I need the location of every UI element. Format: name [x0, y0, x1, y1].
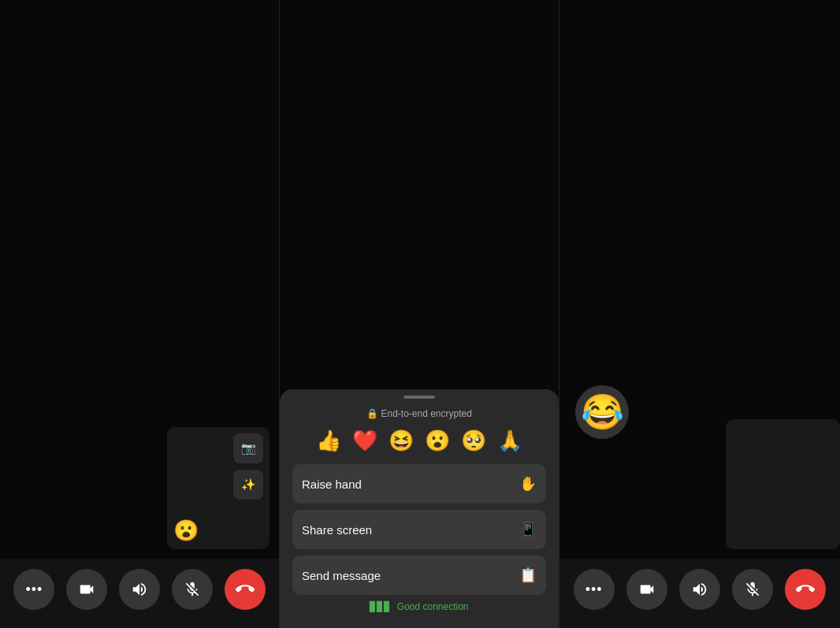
video-icon-3	[638, 581, 656, 598]
emoji-thumbs-up[interactable]: 👍	[316, 429, 341, 453]
emoji-reaction-3: 😂	[575, 385, 629, 439]
send-message-menu-item[interactable]: Send message 📋	[292, 556, 546, 595]
raise-hand-menu-item[interactable]: Raise hand ✋	[292, 464, 546, 504]
end-call-icon-3	[796, 580, 815, 599]
speaker-icon-1	[131, 581, 148, 598]
emoji-laugh[interactable]: 😆	[388, 429, 414, 453]
share-screen-icon: 📱	[519, 521, 537, 538]
controls-bar-3: •••	[559, 559, 840, 628]
more-icon-3: •••	[585, 582, 603, 598]
connection-status: ▊▊▊ Good connection	[292, 601, 546, 612]
video-button-3[interactable]	[626, 569, 667, 610]
raise-hand-icon: ✋	[519, 475, 537, 492]
mute-icon-3	[744, 581, 761, 598]
thumbnail-controls-1: 📷 ✨	[233, 433, 263, 500]
speaker-button-3[interactable]	[679, 569, 720, 610]
share-screen-menu-item[interactable]: Share screen 📱	[292, 510, 546, 549]
more-options-button-1[interactable]: •••	[13, 569, 54, 610]
mute-button-3[interactable]	[732, 569, 773, 610]
reaction-emojis: 👍 ❤️ 😆 😮 🥺 🙏	[292, 429, 546, 453]
raise-hand-label: Raise hand	[302, 478, 362, 491]
phone-screen-1: 11:01 📞 ▾ 📶 🔋 ⤢ AndroidAuthority.com 1:5…	[0, 0, 280, 628]
thumbnail-box-1: 📷 ✨ 😮	[167, 427, 269, 549]
controls-bar-1: •••	[0, 559, 279, 628]
send-message-label: Send message	[302, 569, 381, 582]
user-emoji-1: 😮	[173, 518, 199, 543]
phone-screen-3: 11:00 📞 ▾ 📶 🔋 ⤢ AndroidAuthority.com 1:2…	[559, 0, 840, 628]
connection-bars-icon: ▊▊▊	[370, 601, 391, 612]
phone-screen-2: 10:57 📞 ▾ 📶 🔋 ⚙ 🔒 End-to-end encrypted 👍…	[280, 0, 559, 628]
more-options-button-3[interactable]: •••	[574, 569, 615, 610]
video-button-1[interactable]	[66, 569, 107, 610]
end-call-button-1[interactable]	[225, 569, 266, 610]
speaker-icon-3	[691, 581, 708, 598]
connection-text: Good connection	[397, 601, 469, 612]
emoji-pleading[interactable]: 🥺	[461, 429, 486, 453]
mute-icon-1	[184, 581, 201, 598]
flip-camera-btn-1[interactable]: 📷	[233, 433, 263, 463]
speaker-button-1[interactable]	[119, 569, 160, 610]
e2e-label: 🔒 End-to-end encrypted	[292, 408, 546, 419]
emoji-pray[interactable]: 🙏	[497, 429, 522, 453]
reaction-emoji-3: 😂	[581, 392, 624, 433]
bottom-sheet-2: 🔒 End-to-end encrypted 👍 ❤️ 😆 😮 🥺 🙏 Rais…	[280, 389, 559, 628]
sheet-handle[interactable]	[403, 396, 435, 399]
share-screen-label: Share screen	[302, 523, 372, 537]
more-icon-1: •••	[25, 582, 43, 598]
end-call-button-3[interactable]	[785, 569, 826, 610]
video-icon-1	[78, 581, 95, 598]
effects-btn-1[interactable]: ✨	[233, 470, 263, 500]
emoji-heart[interactable]: ❤️	[352, 429, 377, 453]
emoji-wow[interactable]: 😮	[425, 429, 450, 453]
send-message-icon: 📋	[519, 567, 537, 584]
mute-button-1[interactable]	[172, 569, 213, 610]
end-call-icon-1	[236, 580, 255, 599]
thumbnail-box-3	[726, 419, 840, 549]
